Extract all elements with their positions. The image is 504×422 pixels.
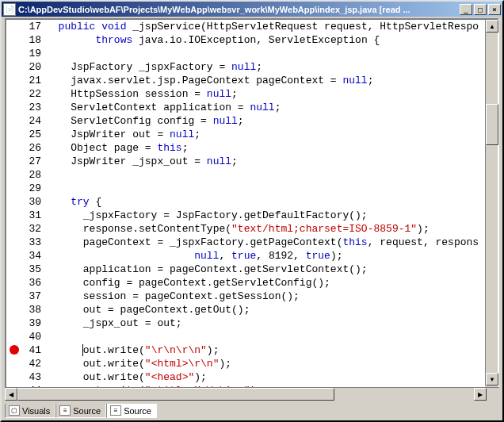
- code-line[interactable]: config = pageContext.getServletConfig();: [46, 276, 485, 290]
- breakpoint-slot[interactable]: [6, 155, 22, 168]
- code-line[interactable]: out.write("<html>\r\n");: [46, 357, 485, 370]
- line-number: 35: [22, 263, 41, 276]
- breakpoint-slot[interactable]: [6, 345, 22, 359]
- breakpoint-slot[interactable]: [6, 87, 22, 101]
- code-line[interactable]: out.write("\r\n\r\n");: [46, 343, 485, 357]
- close-button[interactable]: ×: [488, 4, 501, 15]
- tab-source-2[interactable]: ≡ Source: [106, 404, 157, 418]
- line-number: 28: [22, 168, 41, 182]
- code-line[interactable]: public void _jspService(HttpServletReque…: [46, 20, 485, 33]
- line-number: 43: [22, 370, 41, 384]
- breakpoint-slot[interactable]: [6, 195, 22, 209]
- vertical-scroll-thumb[interactable]: [486, 104, 498, 145]
- source-icon: ≡: [110, 405, 121, 416]
- source-code[interactable]: public void _jspService(HttpServletReque…: [46, 20, 485, 398]
- breakpoint-slot[interactable]: [6, 263, 22, 276]
- line-number: 21: [22, 74, 41, 87]
- line-number: 24: [22, 114, 41, 128]
- line-number: 26: [22, 141, 41, 155]
- breakpoint-slot[interactable]: [6, 330, 22, 343]
- breakpoint-slot[interactable]: [6, 359, 22, 372]
- breakpoint-slot[interactable]: [6, 222, 22, 236]
- code-line[interactable]: _jspxFactory = JspFactory.getDefaultFact…: [46, 209, 485, 222]
- breakpoint-slot[interactable]: [6, 141, 22, 155]
- code-line[interactable]: _jspx_out = out;: [46, 316, 485, 330]
- line-number: 20: [22, 60, 41, 74]
- code-line[interactable]: [46, 168, 485, 182]
- maximize-button[interactable]: □: [474, 4, 487, 15]
- line-number: 39: [22, 316, 41, 330]
- line-number: 23: [22, 101, 41, 114]
- code-line[interactable]: ServletContext application = null;: [46, 101, 485, 114]
- visuals-icon: ▢: [9, 405, 20, 416]
- breakpoint-slot[interactable]: [6, 182, 22, 195]
- code-line[interactable]: out = pageContext.getOut();: [46, 303, 485, 316]
- code-line[interactable]: [46, 330, 485, 343]
- breakpoint-slot[interactable]: [6, 209, 22, 222]
- code-line[interactable]: application = pageContext.getServletCont…: [46, 263, 485, 276]
- line-number: 38: [22, 303, 41, 316]
- line-number: 29: [22, 182, 41, 195]
- code-line[interactable]: JspWriter out = null;: [46, 128, 485, 141]
- vertical-scrollbar[interactable]: ▲ ▼: [485, 20, 498, 398]
- line-number: 33: [22, 236, 41, 249]
- breakpoint-slot[interactable]: [6, 316, 22, 330]
- breakpoint-slot[interactable]: [6, 74, 22, 87]
- breakpoint-slot[interactable]: [6, 20, 22, 33]
- breakpoint-slot[interactable]: [6, 290, 22, 303]
- code-line[interactable]: null, true, 8192, true);: [46, 249, 485, 263]
- code-line[interactable]: javax.servlet.jsp.PageContext pageContex…: [46, 74, 485, 87]
- bottom-tabbar: ▢ Visuals ≡ Source ≡ Source: [3, 403, 501, 419]
- editor-area: 1718192021222324252627282930313233343536…: [3, 17, 501, 401]
- window-title: C:\AppDevStudio\webAF\Projects\MyWebApp\…: [18, 5, 460, 14]
- minimize-button[interactable]: _: [460, 4, 472, 15]
- code-line[interactable]: Object page = this;: [46, 141, 485, 155]
- breakpoint-slot[interactable]: [6, 276, 22, 290]
- breakpoint-slot[interactable]: [6, 303, 22, 316]
- code-line[interactable]: JspFactory _jspxFactory = null;: [46, 60, 485, 74]
- code-line[interactable]: out.write("<head>");: [46, 370, 485, 384]
- breakpoint-gutter[interactable]: [6, 20, 22, 398]
- scroll-right-button[interactable]: ▶: [474, 388, 487, 401]
- line-number: 31: [22, 209, 41, 222]
- code-line[interactable]: throws java.io.IOException, ServletExcep…: [46, 33, 485, 47]
- tab-visuals[interactable]: ▢ Visuals: [5, 404, 55, 418]
- breakpoint-slot[interactable]: [6, 60, 22, 74]
- code-line[interactable]: response.setContentType("text/html;chars…: [46, 222, 485, 236]
- code-editor[interactable]: 1718192021222324252627282930313233343536…: [6, 20, 485, 398]
- source-icon: ≡: [59, 405, 71, 416]
- tab-source[interactable]: ≡ Source: [55, 404, 106, 418]
- scroll-down-button[interactable]: ▼: [486, 373, 498, 386]
- line-number: 40: [22, 330, 41, 343]
- line-number: 17: [22, 20, 41, 33]
- horizontal-scroll-thumb[interactable]: [17, 388, 334, 401]
- code-line[interactable]: [46, 182, 485, 195]
- code-line[interactable]: pageContext = _jspxFactory.getPageContex…: [46, 236, 485, 249]
- breakpoint-slot[interactable]: [6, 168, 22, 182]
- breakpoint-slot[interactable]: [6, 128, 22, 141]
- code-line[interactable]: HttpSession session = null;: [46, 87, 485, 101]
- breakpoint-slot[interactable]: [6, 249, 22, 263]
- code-line[interactable]: try {: [46, 195, 485, 209]
- tab-label: Source: [73, 406, 101, 416]
- line-number: 18: [22, 33, 41, 47]
- line-number: 19: [22, 47, 41, 60]
- breakpoint-slot[interactable]: [6, 33, 22, 47]
- code-line[interactable]: [46, 47, 485, 60]
- titlebar[interactable]: 📄 C:\AppDevStudio\webAF\Projects\MyWebAp…: [2, 2, 502, 17]
- code-line[interactable]: JspWriter _jspx_out = null;: [46, 155, 485, 168]
- breakpoint-slot[interactable]: [6, 236, 22, 249]
- code-line[interactable]: ServletConfig config = null;: [46, 114, 485, 128]
- breakpoint-icon[interactable]: [10, 345, 19, 355]
- breakpoint-slot[interactable]: [6, 114, 22, 128]
- line-number: 41: [22, 343, 41, 357]
- scroll-up-button[interactable]: ▲: [486, 20, 498, 33]
- breakpoint-slot[interactable]: [6, 47, 22, 60]
- scroll-left-button[interactable]: ◀: [5, 388, 17, 401]
- horizontal-scrollbar[interactable]: ◀ ▶: [5, 387, 499, 400]
- line-number: 25: [22, 128, 41, 141]
- tab-label: Source: [124, 406, 151, 416]
- breakpoint-slot[interactable]: [6, 101, 22, 114]
- code-line[interactable]: session = pageContext.getSession();: [46, 290, 485, 303]
- breakpoint-slot[interactable]: [6, 372, 22, 386]
